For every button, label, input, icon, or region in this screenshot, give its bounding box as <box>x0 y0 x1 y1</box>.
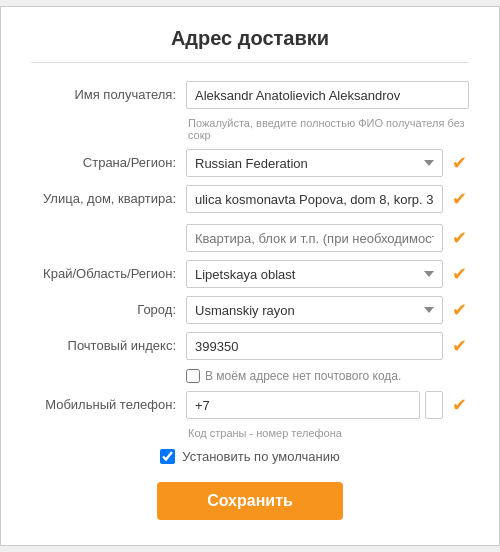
country-select[interactable]: Russian Federation <box>186 149 443 177</box>
city-field-wrap: Usmanskiy rayon ✔ <box>186 296 469 324</box>
city-row: Город: Usmanskiy rayon ✔ <box>31 296 469 324</box>
region-select[interactable]: Lipetskaya oblast <box>186 260 443 288</box>
recipient-input-row <box>186 81 469 109</box>
phone-row: Мобильный телефон: ✔ Код страны - номер … <box>31 391 469 439</box>
street-row: Улица, дом, квартира: ✔ ✔ <box>31 185 469 252</box>
phone-check-icon: ✔ <box>449 394 469 416</box>
postal-input[interactable] <box>186 332 443 360</box>
set-default-label: Установить по умолчанию <box>182 449 339 464</box>
postal-field-wrap: ✔ В моём адресе нет почтового кода. <box>186 332 469 383</box>
apartment-input[interactable] <box>186 224 443 252</box>
recipient-field-wrap: Пожалуйста, введите полностью ФИО получа… <box>186 81 469 141</box>
region-field-wrap: Lipetskaya oblast ✔ <box>186 260 469 288</box>
postal-label: Почтовый индекс: <box>31 332 186 355</box>
city-check-icon: ✔ <box>449 299 469 321</box>
country-row: Страна/Регион: Russian Federation ✔ <box>31 149 469 177</box>
street-field-wrap: ✔ ✔ <box>186 185 469 252</box>
apartment-input-row: ✔ <box>186 224 469 252</box>
phone-country-input[interactable] <box>186 391 420 419</box>
postal-input-row: ✔ <box>186 332 469 360</box>
set-default-checkbox[interactable] <box>160 449 175 464</box>
phone-field-wrap: ✔ Код страны - номер телефона <box>186 391 469 439</box>
region-row: Край/Область/Регион: Lipetskaya oblast ✔ <box>31 260 469 288</box>
region-label: Край/Область/Регион: <box>31 260 186 283</box>
postal-check-icon: ✔ <box>449 335 469 357</box>
city-select[interactable]: Usmanskiy rayon <box>186 296 443 324</box>
street-input-row: ✔ <box>186 185 469 213</box>
city-label: Город: <box>31 296 186 319</box>
delivery-address-dialog: Адрес доставки Имя получателя: Пожалуйст… <box>0 6 500 546</box>
street-label: Улица, дом, квартира: <box>31 185 186 208</box>
street-input[interactable] <box>186 185 443 213</box>
phone-label: Мобильный телефон: <box>31 391 186 414</box>
country-field-wrap: Russian Federation ✔ <box>186 149 469 177</box>
street-check-icon: ✔ <box>449 188 469 210</box>
no-postal-checkbox[interactable] <box>186 369 200 383</box>
save-button[interactable]: Сохранить <box>157 482 343 520</box>
region-check-icon: ✔ <box>449 263 469 285</box>
recipient-input[interactable] <box>186 81 469 109</box>
phone-inputs <box>186 391 443 419</box>
country-check-icon: ✔ <box>449 152 469 174</box>
set-default-row: Установить по умолчанию <box>31 449 469 464</box>
recipient-label: Имя получателя: <box>31 81 186 104</box>
no-postal-row: В моём адресе нет почтового кода. <box>186 369 469 383</box>
phone-number-input[interactable] <box>425 391 443 419</box>
no-postal-label: В моём адресе нет почтового кода. <box>205 369 401 383</box>
phone-hint: Код страны - номер телефона <box>186 427 469 439</box>
phone-input-row: ✔ <box>186 391 469 419</box>
postal-row: Почтовый индекс: ✔ В моём адресе нет поч… <box>31 332 469 383</box>
apartment-check-icon: ✔ <box>449 227 469 249</box>
dialog-title: Адрес доставки <box>31 27 469 63</box>
recipient-row: Имя получателя: Пожалуйста, введите полн… <box>31 81 469 141</box>
country-label: Страна/Регион: <box>31 149 186 172</box>
recipient-hint: Пожалуйста, введите полностью ФИО получа… <box>186 117 469 141</box>
